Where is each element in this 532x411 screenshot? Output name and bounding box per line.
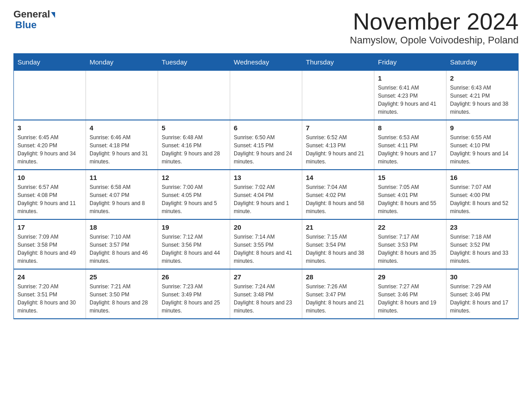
- calendar-cell: 12Sunrise: 7:00 AMSunset: 4:05 PMDayligh…: [158, 170, 230, 219]
- day-info: Sunrise: 6:55 AMSunset: 4:10 PMDaylight:…: [450, 133, 515, 166]
- calendar-cell: 13Sunrise: 7:02 AMSunset: 4:04 PMDayligh…: [230, 170, 302, 219]
- calendar-cell: 2Sunrise: 6:43 AMSunset: 4:21 PMDaylight…: [446, 71, 519, 120]
- logo: General Blue: [13, 9, 55, 30]
- calendar-cell: 21Sunrise: 7:15 AMSunset: 3:54 PMDayligh…: [302, 219, 374, 269]
- calendar-cell: [230, 71, 302, 120]
- day-number: 2: [450, 74, 515, 82]
- day-number: 1: [378, 74, 442, 82]
- day-info: Sunrise: 7:23 AMSunset: 3:49 PMDaylight:…: [162, 283, 226, 315]
- week-row-2: 3Sunrise: 6:45 AMSunset: 4:20 PMDaylight…: [14, 120, 519, 170]
- day-info: Sunrise: 7:12 AMSunset: 3:56 PMDaylight:…: [162, 233, 226, 265]
- week-row-5: 24Sunrise: 7:20 AMSunset: 3:51 PMDayligh…: [14, 269, 519, 319]
- calendar-cell: 1Sunrise: 6:41 AMSunset: 4:23 PMDaylight…: [374, 71, 446, 120]
- day-number: 23: [450, 223, 515, 231]
- calendar-body: 1Sunrise: 6:41 AMSunset: 4:23 PMDaylight…: [14, 71, 519, 319]
- calendar-cell: 17Sunrise: 7:09 AMSunset: 3:58 PMDayligh…: [14, 219, 86, 269]
- calendar-cell: 18Sunrise: 7:10 AMSunset: 3:57 PMDayligh…: [86, 219, 158, 269]
- day-info: Sunrise: 7:00 AMSunset: 4:05 PMDaylight:…: [162, 183, 226, 215]
- logo-general: General: [13, 9, 55, 20]
- day-info: Sunrise: 6:41 AMSunset: 4:23 PMDaylight:…: [378, 84, 442, 116]
- calendar-table: SundayMondayTuesdayWednesdayThursdayFrid…: [13, 53, 519, 319]
- weekday-header-thursday: Thursday: [302, 54, 374, 71]
- day-info: Sunrise: 7:20 AMSunset: 3:51 PMDaylight:…: [17, 283, 82, 315]
- day-number: 18: [90, 223, 154, 231]
- calendar-cell: 29Sunrise: 7:27 AMSunset: 3:46 PMDayligh…: [374, 269, 446, 319]
- day-info: Sunrise: 6:46 AMSunset: 4:18 PMDaylight:…: [90, 133, 154, 166]
- day-info: Sunrise: 7:18 AMSunset: 3:52 PMDaylight:…: [450, 233, 515, 265]
- day-number: 29: [378, 273, 442, 281]
- day-number: 28: [306, 273, 370, 281]
- day-info: Sunrise: 7:14 AMSunset: 3:55 PMDaylight:…: [234, 233, 298, 265]
- weekday-header-wednesday: Wednesday: [230, 54, 302, 71]
- day-number: 30: [450, 273, 515, 281]
- location-title: Namyslow, Opole Voivodeship, Poland: [350, 34, 519, 46]
- day-number: 7: [306, 124, 370, 132]
- calendar-cell: 5Sunrise: 6:48 AMSunset: 4:16 PMDaylight…: [158, 120, 230, 170]
- day-info: Sunrise: 7:07 AMSunset: 4:00 PMDaylight:…: [450, 183, 515, 215]
- day-info: Sunrise: 7:24 AMSunset: 3:48 PMDaylight:…: [234, 283, 298, 315]
- day-info: Sunrise: 7:02 AMSunset: 4:04 PMDaylight:…: [234, 183, 298, 215]
- calendar-cell: 27Sunrise: 7:24 AMSunset: 3:48 PMDayligh…: [230, 269, 302, 319]
- day-info: Sunrise: 6:43 AMSunset: 4:21 PMDaylight:…: [450, 84, 515, 116]
- day-info: Sunrise: 6:57 AMSunset: 4:08 PMDaylight:…: [17, 183, 82, 215]
- calendar-cell: [158, 71, 230, 120]
- calendar-cell: 4Sunrise: 6:46 AMSunset: 4:18 PMDaylight…: [86, 120, 158, 170]
- calendar-cell: 9Sunrise: 6:55 AMSunset: 4:10 PMDaylight…: [446, 120, 519, 170]
- day-info: Sunrise: 6:50 AMSunset: 4:15 PMDaylight:…: [234, 133, 298, 166]
- day-info: Sunrise: 7:09 AMSunset: 3:58 PMDaylight:…: [17, 233, 82, 265]
- page-header: General Blue November 2024 Namyslow, Opo…: [13, 9, 519, 46]
- calendar-cell: 6Sunrise: 6:50 AMSunset: 4:15 PMDaylight…: [230, 120, 302, 170]
- day-info: Sunrise: 7:10 AMSunset: 3:57 PMDaylight:…: [90, 233, 154, 265]
- day-number: 19: [162, 223, 226, 231]
- day-number: 15: [378, 174, 442, 181]
- day-number: 12: [162, 174, 226, 181]
- day-number: 22: [378, 223, 442, 231]
- calendar-cell: [86, 71, 158, 120]
- day-number: 27: [234, 273, 298, 281]
- day-info: Sunrise: 7:17 AMSunset: 3:53 PMDaylight:…: [378, 233, 442, 265]
- day-number: 9: [450, 124, 515, 132]
- calendar-cell: [14, 71, 86, 120]
- day-number: 20: [234, 223, 298, 231]
- calendar-cell: 23Sunrise: 7:18 AMSunset: 3:52 PMDayligh…: [446, 219, 519, 269]
- calendar-cell: 7Sunrise: 6:52 AMSunset: 4:13 PMDaylight…: [302, 120, 374, 170]
- calendar-cell: 28Sunrise: 7:26 AMSunset: 3:47 PMDayligh…: [302, 269, 374, 319]
- day-info: Sunrise: 6:52 AMSunset: 4:13 PMDaylight:…: [306, 133, 370, 166]
- day-info: Sunrise: 7:15 AMSunset: 3:54 PMDaylight:…: [306, 233, 370, 265]
- weekday-header-tuesday: Tuesday: [158, 54, 230, 71]
- day-info: Sunrise: 7:26 AMSunset: 3:47 PMDaylight:…: [306, 283, 370, 315]
- logo-blue: Blue: [15, 20, 37, 30]
- week-row-1: 1Sunrise: 6:41 AMSunset: 4:23 PMDaylight…: [14, 71, 519, 120]
- calendar-cell: 8Sunrise: 6:53 AMSunset: 4:11 PMDaylight…: [374, 120, 446, 170]
- day-number: 13: [234, 174, 298, 181]
- week-row-4: 17Sunrise: 7:09 AMSunset: 3:58 PMDayligh…: [14, 219, 519, 269]
- calendar-cell: 11Sunrise: 6:58 AMSunset: 4:07 PMDayligh…: [86, 170, 158, 219]
- day-info: Sunrise: 7:04 AMSunset: 4:02 PMDaylight:…: [306, 183, 370, 215]
- day-number: 17: [17, 223, 82, 231]
- day-number: 26: [162, 273, 226, 281]
- day-info: Sunrise: 7:27 AMSunset: 3:46 PMDaylight:…: [378, 283, 442, 315]
- day-number: 14: [306, 174, 370, 181]
- calendar-cell: 26Sunrise: 7:23 AMSunset: 3:49 PMDayligh…: [158, 269, 230, 319]
- day-number: 8: [378, 124, 442, 132]
- weekday-header-row: SundayMondayTuesdayWednesdayThursdayFrid…: [14, 54, 519, 71]
- title-block: November 2024 Namyslow, Opole Voivodeshi…: [350, 9, 519, 46]
- calendar-cell: 3Sunrise: 6:45 AMSunset: 4:20 PMDaylight…: [14, 120, 86, 170]
- day-number: 11: [90, 174, 154, 181]
- weekday-header-friday: Friday: [374, 54, 446, 71]
- day-number: 10: [17, 174, 82, 181]
- calendar-cell: 20Sunrise: 7:14 AMSunset: 3:55 PMDayligh…: [230, 219, 302, 269]
- calendar-cell: 22Sunrise: 7:17 AMSunset: 3:53 PMDayligh…: [374, 219, 446, 269]
- calendar-header: SundayMondayTuesdayWednesdayThursdayFrid…: [14, 54, 519, 71]
- day-info: Sunrise: 6:45 AMSunset: 4:20 PMDaylight:…: [17, 133, 82, 166]
- day-info: Sunrise: 7:21 AMSunset: 3:50 PMDaylight:…: [90, 283, 154, 315]
- calendar-cell: 15Sunrise: 7:05 AMSunset: 4:01 PMDayligh…: [374, 170, 446, 219]
- day-info: Sunrise: 7:05 AMSunset: 4:01 PMDaylight:…: [378, 183, 442, 215]
- day-info: Sunrise: 6:48 AMSunset: 4:16 PMDaylight:…: [162, 133, 226, 166]
- calendar-cell: 30Sunrise: 7:29 AMSunset: 3:46 PMDayligh…: [446, 269, 519, 319]
- day-number: 4: [90, 124, 154, 132]
- day-number: 25: [90, 273, 154, 281]
- calendar-cell: 14Sunrise: 7:04 AMSunset: 4:02 PMDayligh…: [302, 170, 374, 219]
- calendar-cell: 16Sunrise: 7:07 AMSunset: 4:00 PMDayligh…: [446, 170, 519, 219]
- day-info: Sunrise: 7:29 AMSunset: 3:46 PMDaylight:…: [450, 283, 515, 315]
